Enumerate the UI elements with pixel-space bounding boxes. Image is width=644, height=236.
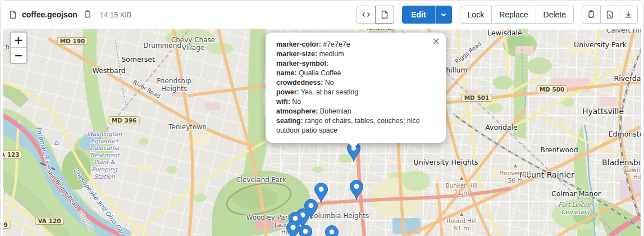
popup-property: power: Yes, at bar seating (276, 88, 435, 97)
zoom-in-button[interactable]: + (11, 33, 26, 48)
delete-button[interactable]: Delete (536, 6, 574, 24)
edit-button[interactable]: Edit (402, 6, 435, 24)
popup-property: name: Qualia Coffee (276, 69, 435, 78)
popup-property: marker-color: #7e7e7e (276, 40, 435, 49)
popup-property: marker-symbol: (276, 59, 435, 69)
file-utility-group (582, 6, 638, 24)
raw-file-icon (605, 10, 614, 19)
rendered-view-button[interactable] (375, 6, 394, 24)
map-marker[interactable] (349, 179, 364, 203)
file-action-group: Lock Replace Delete (460, 6, 574, 24)
file-icon (8, 10, 17, 19)
view-toggle-group (357, 6, 394, 24)
popup-property: wifi: No (276, 97, 435, 107)
lock-button[interactable]: Lock (460, 6, 492, 24)
copy-contents-button[interactable] (582, 6, 601, 24)
file-size: 14.15 KiB (100, 11, 131, 19)
popup-property: atmosphere: Bohemian (276, 107, 435, 116)
document-icon (380, 10, 389, 19)
map-marker[interactable] (298, 224, 313, 236)
code-view-button[interactable] (357, 6, 376, 24)
download-button[interactable] (619, 6, 638, 24)
zoom-control: + − (10, 31, 28, 64)
edit-dropdown-button[interactable] (435, 6, 452, 24)
map-outer: TakomaChevy ChaseVillageDrummondSomerset… (1, 29, 643, 236)
popup-close-button[interactable]: × (429, 34, 444, 48)
map-marker[interactable] (325, 225, 339, 236)
popup-property: crowdedness: No (276, 78, 435, 88)
popup-property: seating: range of chairs, tables, couche… (276, 116, 435, 135)
popup-property: marker-size: medium (276, 49, 435, 59)
file-name: coffee.geojson (22, 10, 77, 19)
edit-split-button: Edit (402, 6, 451, 24)
clipboard-copy-icon (83, 10, 92, 19)
download-icon (624, 10, 633, 19)
code-icon (362, 10, 371, 19)
open-raw-button[interactable] (600, 6, 619, 24)
clipboard-copy-icon (587, 10, 596, 19)
file-info: coffee.geojson 14.15 KiB (8, 9, 131, 20)
popup-properties: marker-color: #7e7e7emarker-size: medium… (276, 40, 435, 135)
zoom-out-button[interactable]: − (11, 48, 26, 63)
copy-file-name-button[interactable] (82, 9, 93, 20)
snippet-file-card: coffee.geojson 14.15 KiB (0, 0, 644, 236)
chevron-down-icon (440, 11, 447, 18)
map[interactable]: TakomaChevy ChaseVillageDrummondSomerset… (3, 29, 641, 236)
file-header: coffee.geojson 14.15 KiB (1, 1, 643, 29)
map-popup: × marker-color: #7e7e7emarker-size: medi… (266, 33, 446, 143)
header-actions: Edit Lock Replace Delete (357, 6, 638, 24)
replace-button[interactable]: Replace (491, 6, 536, 24)
